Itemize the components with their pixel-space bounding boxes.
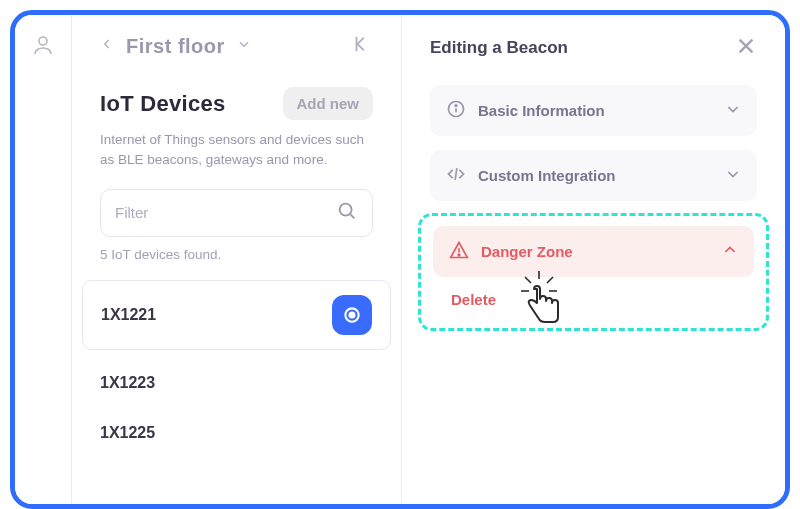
accordion-basic-information[interactable]: Basic Information bbox=[430, 85, 757, 136]
section-title: IoT Devices bbox=[100, 91, 226, 117]
delete-button[interactable]: Delete bbox=[451, 291, 754, 308]
accordion-label: Custom Integration bbox=[478, 167, 616, 184]
editor-title: Editing a Beacon bbox=[430, 38, 568, 58]
beacon-icon bbox=[332, 295, 372, 335]
accordion-label: Basic Information bbox=[478, 102, 605, 119]
info-icon bbox=[446, 99, 466, 122]
chevron-down-icon bbox=[725, 166, 741, 185]
user-icon[interactable] bbox=[31, 33, 55, 504]
results-count: 5 IoT devices found. bbox=[100, 247, 373, 262]
svg-point-5 bbox=[455, 105, 457, 107]
editor-panel: Editing a Beacon Basic Information bbox=[401, 15, 785, 504]
accordion-danger-zone[interactable]: Danger Zone bbox=[433, 226, 754, 277]
device-item[interactable]: 1X1225 bbox=[72, 408, 401, 458]
code-icon bbox=[446, 164, 466, 187]
back-icon[interactable] bbox=[100, 37, 114, 55]
device-list: 1X1221 1X1223 1X1225 bbox=[72, 280, 401, 458]
section-header: IoT Devices Add new bbox=[100, 87, 373, 120]
app-frame: First floor IoT Devices Add new Internet… bbox=[10, 10, 790, 509]
svg-point-6 bbox=[458, 254, 460, 256]
search-icon[interactable] bbox=[336, 200, 358, 226]
danger-zone-highlight: Danger Zone Delete bbox=[418, 213, 769, 331]
filter-input[interactable] bbox=[115, 204, 336, 221]
accordion-label: Danger Zone bbox=[481, 243, 573, 260]
accordion-custom-integration[interactable]: Custom Integration bbox=[430, 150, 757, 201]
section-description: Internet of Things sensors and devices s… bbox=[100, 130, 373, 171]
device-name: 1X1221 bbox=[101, 306, 156, 324]
close-icon[interactable] bbox=[735, 35, 757, 61]
filter-box[interactable] bbox=[100, 189, 373, 237]
editor-header: Editing a Beacon bbox=[430, 35, 757, 61]
device-name: 1X1225 bbox=[100, 424, 155, 442]
chevron-down-icon bbox=[725, 101, 741, 120]
device-item[interactable]: 1X1223 bbox=[72, 358, 401, 408]
chevron-up-icon bbox=[722, 242, 738, 261]
floor-row: First floor bbox=[100, 33, 373, 59]
device-item[interactable]: 1X1221 bbox=[82, 280, 391, 350]
collapse-panel-icon[interactable] bbox=[351, 33, 373, 59]
add-new-button[interactable]: Add new bbox=[283, 87, 374, 120]
device-name: 1X1223 bbox=[100, 374, 155, 392]
svg-point-0 bbox=[39, 37, 47, 45]
warning-icon bbox=[449, 240, 469, 263]
layout: First floor IoT Devices Add new Internet… bbox=[15, 15, 785, 504]
chevron-down-icon[interactable] bbox=[237, 37, 251, 55]
floor-title[interactable]: First floor bbox=[126, 35, 225, 58]
devices-panel: First floor IoT Devices Add new Internet… bbox=[71, 15, 401, 504]
svg-point-1 bbox=[340, 203, 352, 215]
nav-strip bbox=[15, 15, 71, 504]
svg-point-2 bbox=[350, 312, 355, 317]
